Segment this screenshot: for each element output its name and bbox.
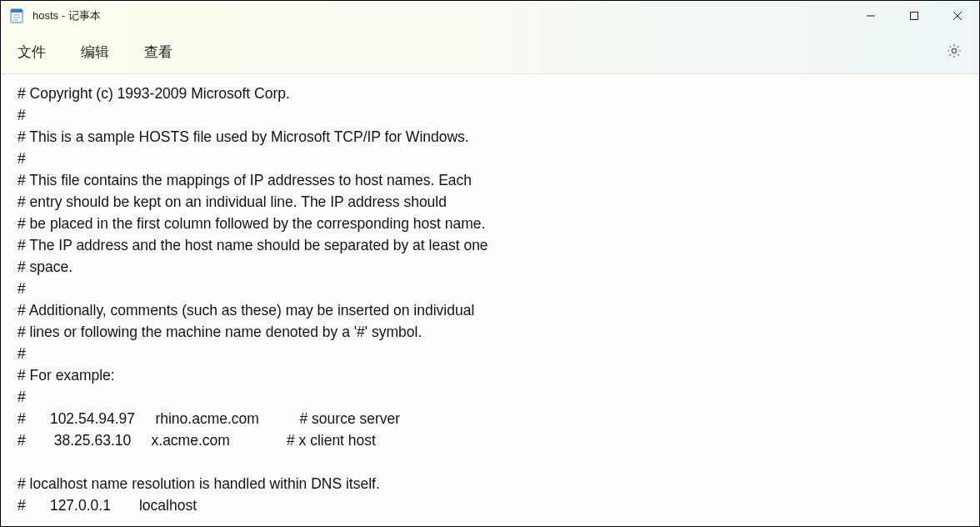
gear-icon (946, 43, 962, 63)
svg-rect-1 (11, 9, 22, 13)
menu-view[interactable]: 查看 (142, 39, 174, 65)
window-title: hosts - 记事本 (32, 8, 101, 23)
maximize-button[interactable] (892, 1, 936, 31)
menu-file[interactable]: 文件 (16, 39, 48, 65)
menu-items: 文件 编辑 查看 (16, 39, 174, 65)
menubar: 文件 编辑 查看 (1, 31, 979, 74)
svg-point-9 (952, 48, 956, 53)
window-controls (849, 1, 979, 31)
titlebar: hosts - 记事本 (1, 1, 979, 31)
close-button[interactable] (936, 1, 979, 31)
menu-edit[interactable]: 编辑 (79, 39, 111, 65)
text-editor[interactable]: # Copyright (c) 1993-2009 Microsoft Corp… (1, 74, 979, 526)
notepad-icon (9, 8, 24, 23)
svg-rect-6 (911, 13, 918, 20)
editor-content: # Copyright (c) 1993-2009 Microsoft Corp… (18, 83, 962, 516)
settings-button[interactable] (942, 39, 966, 66)
titlebar-left: hosts - 记事本 (9, 8, 101, 23)
minimize-button[interactable] (849, 1, 892, 31)
